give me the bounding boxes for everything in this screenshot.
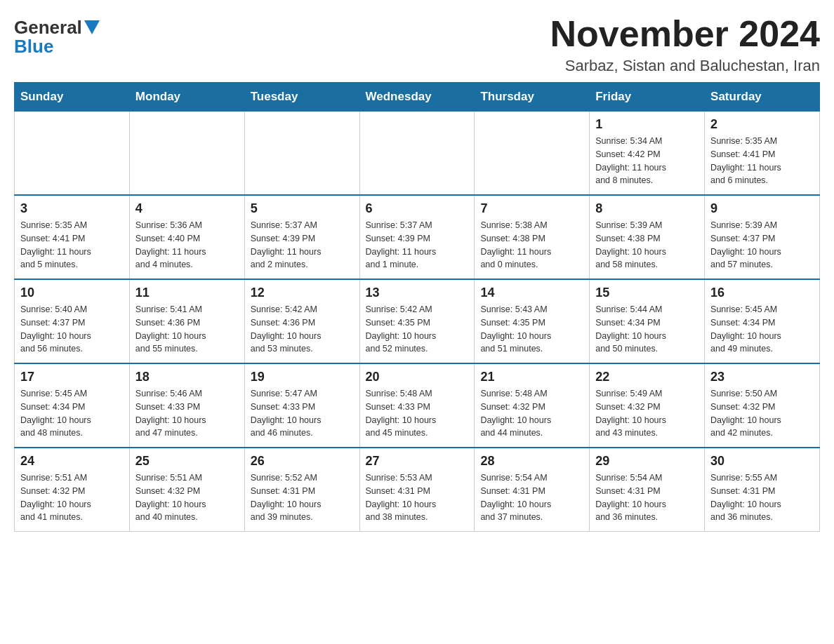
calendar-cell: 27Sunrise: 5:53 AMSunset: 4:31 PMDayligh…	[359, 448, 475, 532]
calendar-cell: 23Sunrise: 5:50 AMSunset: 4:32 PMDayligh…	[705, 363, 820, 448]
calendar-cell: 20Sunrise: 5:48 AMSunset: 4:33 PMDayligh…	[359, 363, 475, 448]
day-info: Sunrise: 5:47 AMSunset: 4:33 PMDaylight:…	[251, 387, 354, 440]
day-info: Sunrise: 5:44 AMSunset: 4:34 PMDaylight:…	[595, 303, 699, 356]
day-info: Sunrise: 5:45 AMSunset: 4:34 PMDaylight:…	[20, 387, 124, 440]
day-number: 9	[710, 201, 814, 216]
calendar-cell: 6Sunrise: 5:37 AMSunset: 4:39 PMDaylight…	[359, 195, 475, 279]
calendar-cell: 17Sunrise: 5:45 AMSunset: 4:34 PMDayligh…	[15, 363, 130, 448]
day-info: Sunrise: 5:36 AMSunset: 4:40 PMDaylight:…	[135, 219, 239, 271]
day-info: Sunrise: 5:51 AMSunset: 4:32 PMDaylight:…	[135, 471, 239, 524]
weekday-header-saturday: Saturday	[705, 83, 820, 112]
calendar-cell: 9Sunrise: 5:39 AMSunset: 4:37 PMDaylight…	[705, 195, 820, 279]
day-number: 30	[710, 454, 814, 469]
weekday-header-monday: Monday	[129, 83, 244, 112]
location-title: Sarbaz, Sistan and Baluchestan, Iran	[550, 57, 820, 75]
calendar-cell: 10Sunrise: 5:40 AMSunset: 4:37 PMDayligh…	[15, 279, 130, 363]
calendar-table: SundayMondayTuesdayWednesdayThursdayFrid…	[14, 82, 820, 532]
logo-triangle-icon	[84, 20, 100, 34]
day-number: 24	[20, 454, 124, 469]
logo: General Blue	[14, 14, 100, 55]
day-info: Sunrise: 5:54 AMSunset: 4:31 PMDaylight:…	[595, 471, 699, 524]
calendar-cell: 3Sunrise: 5:35 AMSunset: 4:41 PMDaylight…	[15, 195, 130, 279]
calendar-cell: 1Sunrise: 5:34 AMSunset: 4:42 PMDaylight…	[590, 112, 705, 196]
day-number: 21	[480, 370, 583, 384]
day-number: 23	[710, 370, 814, 384]
day-info: Sunrise: 5:49 AMSunset: 4:32 PMDaylight:…	[595, 387, 699, 440]
page-header: General Blue November 2024 Sarbaz, Sista…	[14, 14, 820, 75]
calendar-cell: 19Sunrise: 5:47 AMSunset: 4:33 PMDayligh…	[244, 363, 359, 448]
day-info: Sunrise: 5:48 AMSunset: 4:32 PMDaylight:…	[480, 387, 583, 440]
calendar-header-row: SundayMondayTuesdayWednesdayThursdayFrid…	[15, 83, 820, 112]
calendar-cell: 15Sunrise: 5:44 AMSunset: 4:34 PMDayligh…	[590, 279, 705, 363]
day-number: 6	[366, 201, 469, 216]
calendar-cell	[129, 112, 244, 196]
day-info: Sunrise: 5:52 AMSunset: 4:31 PMDaylight:…	[251, 471, 354, 524]
day-info: Sunrise: 5:50 AMSunset: 4:32 PMDaylight:…	[710, 387, 814, 440]
day-info: Sunrise: 5:41 AMSunset: 4:36 PMDaylight:…	[135, 303, 239, 356]
day-number: 15	[595, 286, 699, 300]
calendar-cell: 24Sunrise: 5:51 AMSunset: 4:32 PMDayligh…	[15, 448, 130, 532]
calendar-cell: 26Sunrise: 5:52 AMSunset: 4:31 PMDayligh…	[244, 448, 359, 532]
day-info: Sunrise: 5:55 AMSunset: 4:31 PMDaylight:…	[710, 471, 814, 524]
calendar-cell: 29Sunrise: 5:54 AMSunset: 4:31 PMDayligh…	[590, 448, 705, 532]
day-number: 27	[366, 454, 469, 469]
calendar-cell: 11Sunrise: 5:41 AMSunset: 4:36 PMDayligh…	[129, 279, 244, 363]
day-number: 4	[135, 201, 239, 216]
day-number: 16	[710, 286, 814, 300]
day-number: 3	[20, 201, 124, 216]
day-info: Sunrise: 5:51 AMSunset: 4:32 PMDaylight:…	[20, 471, 124, 524]
day-info: Sunrise: 5:34 AMSunset: 4:42 PMDaylight:…	[595, 135, 699, 187]
day-number: 19	[251, 370, 354, 384]
day-info: Sunrise: 5:39 AMSunset: 4:38 PMDaylight:…	[595, 219, 699, 271]
weekday-header-thursday: Thursday	[475, 83, 590, 112]
day-info: Sunrise: 5:40 AMSunset: 4:37 PMDaylight:…	[20, 303, 124, 356]
week-row-3: 10Sunrise: 5:40 AMSunset: 4:37 PMDayligh…	[15, 279, 820, 363]
svg-marker-0	[84, 20, 100, 34]
month-title: November 2024	[550, 14, 820, 54]
calendar-cell: 22Sunrise: 5:49 AMSunset: 4:32 PMDayligh…	[590, 363, 705, 448]
day-number: 12	[251, 286, 354, 300]
day-info: Sunrise: 5:35 AMSunset: 4:41 PMDaylight:…	[20, 219, 124, 271]
day-number: 22	[595, 370, 699, 384]
title-section: November 2024 Sarbaz, Sistan and Baluche…	[550, 14, 820, 75]
day-number: 7	[480, 201, 583, 216]
day-number: 20	[366, 370, 469, 384]
calendar-cell: 2Sunrise: 5:35 AMSunset: 4:41 PMDaylight…	[705, 112, 820, 196]
weekday-header-friday: Friday	[590, 83, 705, 112]
day-info: Sunrise: 5:43 AMSunset: 4:35 PMDaylight:…	[480, 303, 583, 356]
calendar-cell: 25Sunrise: 5:51 AMSunset: 4:32 PMDayligh…	[129, 448, 244, 532]
day-number: 11	[135, 286, 239, 300]
day-info: Sunrise: 5:37 AMSunset: 4:39 PMDaylight:…	[366, 219, 469, 271]
calendar-cell: 18Sunrise: 5:46 AMSunset: 4:33 PMDayligh…	[129, 363, 244, 448]
day-info: Sunrise: 5:45 AMSunset: 4:34 PMDaylight:…	[710, 303, 814, 356]
day-number: 10	[20, 286, 124, 300]
day-info: Sunrise: 5:39 AMSunset: 4:37 PMDaylight:…	[710, 219, 814, 271]
calendar-cell	[359, 112, 475, 196]
day-number: 13	[366, 286, 469, 300]
day-number: 2	[710, 117, 814, 132]
logo-general-text: General	[14, 18, 82, 36]
day-number: 18	[135, 370, 239, 384]
day-number: 8	[595, 201, 699, 216]
week-row-4: 17Sunrise: 5:45 AMSunset: 4:34 PMDayligh…	[15, 363, 820, 448]
day-number: 1	[595, 117, 699, 132]
day-info: Sunrise: 5:37 AMSunset: 4:39 PMDaylight:…	[251, 219, 354, 271]
calendar-cell: 7Sunrise: 5:38 AMSunset: 4:38 PMDaylight…	[475, 195, 590, 279]
day-number: 29	[595, 454, 699, 469]
day-info: Sunrise: 5:38 AMSunset: 4:38 PMDaylight:…	[480, 219, 583, 271]
calendar-cell: 14Sunrise: 5:43 AMSunset: 4:35 PMDayligh…	[475, 279, 590, 363]
calendar-cell: 16Sunrise: 5:45 AMSunset: 4:34 PMDayligh…	[705, 279, 820, 363]
day-number: 14	[480, 286, 583, 300]
day-number: 5	[251, 201, 354, 216]
calendar-cell	[475, 112, 590, 196]
calendar-cell: 4Sunrise: 5:36 AMSunset: 4:40 PMDaylight…	[129, 195, 244, 279]
calendar-cell	[15, 112, 130, 196]
calendar-cell: 13Sunrise: 5:42 AMSunset: 4:35 PMDayligh…	[359, 279, 475, 363]
day-info: Sunrise: 5:42 AMSunset: 4:36 PMDaylight:…	[251, 303, 354, 356]
calendar-cell: 21Sunrise: 5:48 AMSunset: 4:32 PMDayligh…	[475, 363, 590, 448]
day-number: 28	[480, 454, 583, 469]
week-row-1: 1Sunrise: 5:34 AMSunset: 4:42 PMDaylight…	[15, 112, 820, 196]
day-info: Sunrise: 5:54 AMSunset: 4:31 PMDaylight:…	[480, 471, 583, 524]
calendar-cell: 8Sunrise: 5:39 AMSunset: 4:38 PMDaylight…	[590, 195, 705, 279]
calendar-cell: 12Sunrise: 5:42 AMSunset: 4:36 PMDayligh…	[244, 279, 359, 363]
